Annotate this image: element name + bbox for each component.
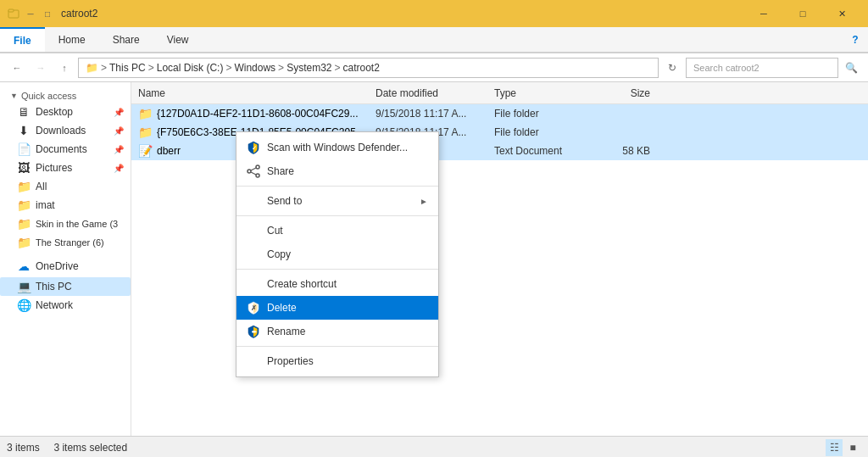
ctx-label-properties: Properties [267, 355, 428, 367]
col-header-name[interactable]: Name [131, 87, 369, 99]
sidebar-item-skin[interactable]: 📁 Skin in the Game (3 [0, 215, 131, 233]
folder-skin-icon: 📁 [17, 217, 31, 231]
shortcut-icon [247, 277, 260, 291]
breadcrumb-this-pc[interactable]: This PC [109, 62, 146, 74]
desktop-icon: 🖥 [17, 105, 31, 119]
sidebar-item-all[interactable]: 📁 All [0, 177, 131, 196]
network-icon: 🌐 [17, 298, 31, 312]
folder-icon-0: 📁 [138, 107, 152, 120]
ctx-item-properties[interactable]: Properties [236, 349, 438, 373]
sidebar-item-pictures[interactable]: 🖼 Pictures 📌 [0, 159, 131, 177]
context-menu: ✓ Scan with Windows Defender... Share Se… [236, 131, 439, 377]
ctx-item-scan[interactable]: ✓ Scan with Windows Defender... [236, 136, 438, 159]
breadcrumb-sep5: > [334, 62, 340, 74]
folder-stranger-icon: 📁 [17, 236, 31, 249]
svg-line-6 [251, 168, 256, 170]
file-date-0: 9/15/2018 11:17 A... [369, 108, 487, 120]
items-count: 3 items [7, 442, 40, 454]
sidebar-label-skin: Skin in the Game (3 [36, 219, 118, 229]
share-icon [247, 164, 260, 178]
tab-share[interactable]: Share [99, 27, 153, 52]
sidebar-item-stranger[interactable]: 📁 The Stranger (6) [0, 233, 131, 252]
ctx-item-cut[interactable]: Cut [236, 219, 438, 242]
svg-text:✏: ✏ [252, 329, 258, 335]
file-type-0: File folder [487, 108, 589, 120]
ctx-label-send-to: Send to [267, 195, 413, 207]
tab-view[interactable]: View [153, 27, 203, 52]
up-button[interactable]: ↑ [54, 58, 75, 78]
svg-text:✓: ✓ [252, 145, 257, 151]
svg-line-7 [251, 172, 256, 175]
pin-icon-documents: 📌 [114, 145, 124, 154]
col-header-date[interactable]: Date modified [369, 87, 487, 99]
col-header-size[interactable]: Size [589, 87, 657, 99]
folder-icon-1: 📁 [138, 125, 152, 139]
sidebar-label-documents: Documents [36, 143, 87, 155]
help-button[interactable]: ? [843, 27, 868, 52]
svg-point-5 [256, 174, 259, 177]
address-bar[interactable]: 📁 > This PC > Local Disk (C:) > Windows … [78, 58, 659, 78]
quick-access-chevron: ▼ [10, 92, 18, 100]
search-box[interactable]: Search catroot2 [686, 58, 838, 78]
ctx-separator-2 [236, 215, 438, 216]
close-button[interactable]: ✕ [822, 0, 861, 27]
rename-icon: ✏ [247, 325, 260, 338]
folder-imat-icon: 📁 [17, 198, 31, 212]
ctx-separator-1 [236, 186, 438, 187]
details-view-button[interactable]: ☷ [826, 439, 843, 456]
ctx-item-delete[interactable]: ✗ Delete [236, 296, 438, 320]
ctx-item-share[interactable]: Share [236, 159, 438, 183]
table-row[interactable]: 📁 {127D0A1D-4EF2-11D1-8608-00C04FC29... … [131, 104, 868, 123]
ctx-separator-3 [236, 269, 438, 270]
ctx-item-rename[interactable]: ✏ Rename [236, 320, 438, 343]
defender-icon: ✓ [247, 141, 260, 154]
large-icons-view-button[interactable]: ■ [844, 439, 861, 456]
status-separator [42, 442, 51, 454]
sidebar: ▼ Quick access 🖥 Desktop 📌 ⬇ Downloads 📌… [0, 82, 131, 436]
ribbon: File Home Share View ? [0, 27, 868, 53]
ctx-label-share: Share [267, 165, 428, 177]
pin-icon-desktop: 📌 [114, 108, 124, 117]
svg-point-3 [256, 165, 259, 169]
sidebar-item-desktop[interactable]: 🖥 Desktop 📌 [0, 103, 131, 121]
tab-file[interactable]: File [0, 27, 45, 52]
breadcrumb-windows[interactable]: Windows [234, 62, 275, 74]
sidebar-label-desktop: Desktop [36, 106, 73, 118]
sidebar-item-this-pc[interactable]: 💻 This PC [0, 277, 131, 296]
sidebar-item-onedrive[interactable]: ☁ OneDrive [0, 257, 131, 276]
window-title: catroot2 [61, 8, 744, 20]
tab-home[interactable]: Home [45, 27, 99, 52]
sidebar-item-documents[interactable]: 📄 Documents 📌 [0, 140, 131, 159]
this-pc-icon: 💻 [17, 280, 31, 293]
column-header: Name Date modified Type Size [131, 82, 868, 104]
documents-icon: 📄 [17, 142, 31, 156]
svg-rect-1 [8, 9, 14, 12]
ctx-item-send-to[interactable]: Send to ► [236, 189, 438, 213]
refresh-button[interactable]: ↻ [662, 58, 682, 78]
sidebar-label-imat: imat [36, 199, 55, 211]
breadcrumb-catroot2[interactable]: catroot2 [343, 62, 380, 74]
breadcrumb-sep1: > [101, 62, 107, 74]
status-bar: 3 items 3 items selected ☷ ■ [0, 436, 868, 457]
breadcrumb-system32[interactable]: System32 [287, 62, 331, 74]
ctx-item-copy[interactable]: Copy [236, 242, 438, 266]
breadcrumb-local-disk[interactable]: Local Disk (C:) [157, 62, 224, 74]
sidebar-item-imat[interactable]: 📁 imat [0, 196, 131, 215]
sidebar-item-downloads[interactable]: ⬇ Downloads 📌 [0, 121, 131, 140]
ctx-item-create-shortcut[interactable]: Create shortcut [236, 272, 438, 296]
pictures-icon: 🖼 [17, 161, 31, 175]
col-header-type[interactable]: Type [487, 87, 589, 99]
sidebar-item-network[interactable]: 🌐 Network [0, 296, 131, 315]
sidebar-label-stranger: The Stranger (6) [36, 237, 104, 248]
file-type-2: Text Document [487, 145, 589, 157]
selected-count: 3 items selected [53, 442, 127, 454]
title-bar-icons: ─ □ [7, 7, 54, 20]
minimize-button[interactable]: ─ [744, 0, 783, 27]
maximize-button[interactable]: □ [783, 0, 822, 27]
file-size-2: 58 KB [589, 145, 657, 157]
breadcrumb-sep4: > [278, 62, 284, 74]
search-icon[interactable]: 🔍 [841, 58, 861, 78]
quick-access-header[interactable]: ▼ Quick access [0, 86, 131, 103]
back-button[interactable]: ← [7, 58, 27, 78]
ctx-label-delete: Delete [267, 302, 428, 314]
